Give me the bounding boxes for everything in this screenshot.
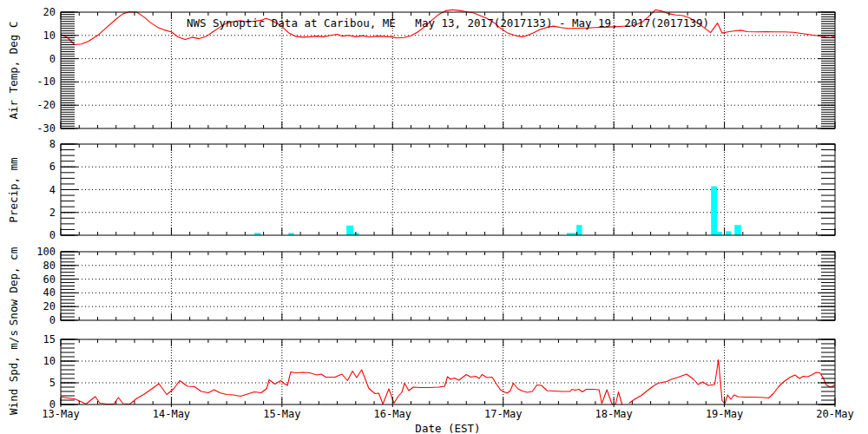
x-tick-label: 20-May <box>816 408 853 420</box>
x-tick-label: 19-May <box>706 408 743 420</box>
panel-frame <box>61 252 835 320</box>
x-tick-label: 18-May <box>595 408 632 420</box>
x-tick-label: 15-May <box>263 408 300 420</box>
x-tick-label: 14-May <box>153 408 190 420</box>
y-tick-label: 40 <box>43 286 56 299</box>
panel-frame <box>61 339 835 404</box>
y-tick-label: 20 <box>43 6 56 18</box>
y-tick-label: 80 <box>43 260 56 272</box>
y-tick-label: 10 <box>43 355 56 367</box>
y-axis-label-wind-speed: Wind Spd, m/s <box>7 286 21 434</box>
y-tick-label: 2 <box>49 207 56 219</box>
synoptic-chart: -30-20-10010200246802040608010005101513-… <box>0 0 868 434</box>
y-tick-label: 0 <box>49 53 56 65</box>
plot-title: NWS Synoptic Data at Caribou, ME May 13,… <box>61 16 835 30</box>
x-tick-label: 16-May <box>374 408 411 420</box>
precip-bar <box>726 231 731 235</box>
x-tick-label: 17-May <box>484 408 522 420</box>
precip-bar <box>734 225 740 235</box>
y-tick-label: 15 <box>43 333 56 345</box>
synoptic-plot-screen: -30-20-10010200246802040608010005101513-… <box>0 0 868 434</box>
y-tick-label: -20 <box>36 99 56 111</box>
y-tick-label: 0 <box>49 229 56 241</box>
y-tick-label: 20 <box>43 300 56 312</box>
y-tick-label: -10 <box>36 76 56 88</box>
precip-bar <box>346 226 353 235</box>
y-tick-label: -30 <box>36 122 56 135</box>
y-tick-label: 5 <box>49 377 56 389</box>
y-tick-label: 60 <box>43 273 56 286</box>
panel-frame <box>61 144 835 235</box>
y-tick-label: 4 <box>49 184 56 196</box>
y-tick-label: 0 <box>49 314 56 326</box>
panel-frame <box>61 12 835 128</box>
precip-bar <box>711 187 717 235</box>
y-tick-label: 10 <box>43 30 56 42</box>
y-tick-label: 6 <box>49 161 56 173</box>
y-tick-label: 100 <box>36 246 56 258</box>
wind-speed-line <box>61 360 835 405</box>
y-tick-label: 8 <box>49 138 56 150</box>
x-tick-label: 13-May <box>42 408 79 420</box>
x-axis-label: Date (EST) <box>61 422 835 434</box>
precip-bar <box>717 232 722 235</box>
